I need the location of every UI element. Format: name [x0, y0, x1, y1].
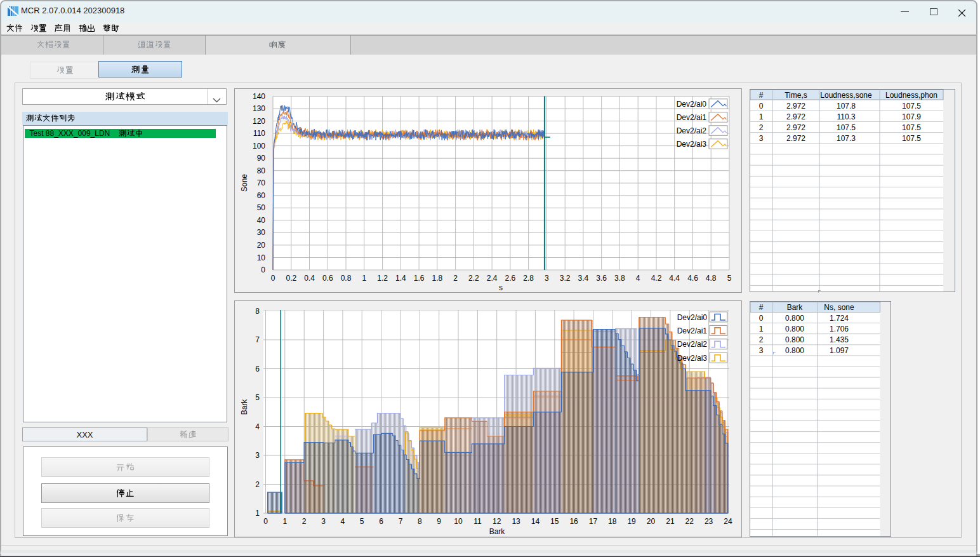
svg-text:2.972: 2.972 [786, 134, 805, 143]
svg-text:1.2: 1.2 [377, 274, 388, 283]
svg-text:Dev2/ai0: Dev2/ai0 [677, 313, 708, 322]
svg-text:110: 110 [253, 129, 265, 138]
svg-text:1.6: 1.6 [414, 274, 425, 283]
svg-text:Sone: Sone [240, 174, 249, 192]
svg-text:2.6: 2.6 [505, 274, 516, 283]
svg-text:0.4: 0.4 [304, 274, 315, 283]
svg-text:107.5: 107.5 [837, 123, 856, 132]
svg-text:Dev2/ai2: Dev2/ai2 [677, 126, 707, 135]
svg-text:#: # [759, 303, 764, 312]
svg-text:40: 40 [257, 216, 266, 225]
svg-text:140: 140 [253, 92, 265, 101]
svg-text:0.800: 0.800 [785, 314, 804, 323]
svg-text:107.5: 107.5 [902, 102, 921, 111]
svg-text:3.6: 3.6 [596, 274, 607, 283]
svg-text:0.8: 0.8 [341, 274, 352, 283]
svg-text:0: 0 [759, 314, 764, 323]
svg-text:1: 1 [362, 274, 366, 283]
svg-text:Time,s: Time,s [785, 91, 807, 100]
svg-text:10: 10 [257, 253, 266, 262]
svg-text:14: 14 [531, 517, 540, 526]
svg-text:100: 100 [253, 142, 265, 151]
svg-text:18: 18 [608, 517, 617, 526]
svg-text:Ns, sone: Ns, sone [824, 303, 854, 312]
svg-text:4.4: 4.4 [669, 274, 680, 283]
svg-text:4.6: 4.6 [687, 274, 698, 283]
svg-text:120: 120 [253, 117, 265, 126]
svg-text:1: 1 [255, 509, 260, 518]
svg-text:1: 1 [759, 325, 764, 333]
svg-text:0.800: 0.800 [785, 325, 804, 333]
svg-text:Dev2/ai0: Dev2/ai0 [677, 100, 707, 109]
svg-text:0.2: 0.2 [286, 274, 296, 283]
svg-text:1.435: 1.435 [830, 335, 849, 344]
svg-text:Loudness,sone: Loudness,sone [820, 91, 872, 100]
svg-text:110.3: 110.3 [837, 112, 855, 121]
svg-text:1.706: 1.706 [830, 325, 849, 333]
svg-text:9: 9 [437, 517, 441, 526]
svg-text:5: 5 [360, 517, 364, 526]
svg-text:2: 2 [255, 480, 260, 489]
svg-text:#: # [759, 91, 764, 100]
svg-text:3: 3 [759, 134, 764, 143]
svg-text:4: 4 [255, 422, 260, 431]
svg-text:6: 6 [255, 365, 260, 373]
svg-text:Loudness,phon: Loudness,phon [885, 91, 937, 100]
svg-text:8: 8 [255, 307, 260, 316]
svg-text:1.097: 1.097 [830, 346, 849, 355]
svg-text:1.4: 1.4 [395, 274, 406, 283]
svg-text:3.4: 3.4 [578, 274, 589, 283]
svg-text:Dev2/ai1: Dev2/ai1 [677, 113, 707, 122]
svg-text:2.2: 2.2 [468, 274, 479, 283]
svg-text:0: 0 [263, 517, 268, 526]
svg-text:0.800: 0.800 [785, 335, 804, 344]
svg-text:Bark: Bark [489, 527, 506, 536]
svg-text:16: 16 [569, 517, 578, 526]
svg-text:1.8: 1.8 [432, 274, 442, 283]
svg-text:12: 12 [493, 517, 501, 526]
svg-text:107.9: 107.9 [902, 112, 921, 121]
svg-text:107.8: 107.8 [837, 102, 856, 111]
svg-text:2: 2 [453, 274, 458, 283]
svg-text:Dev2/ai1: Dev2/ai1 [677, 326, 708, 335]
svg-text:3: 3 [545, 274, 549, 283]
svg-text:Dev2/ai3: Dev2/ai3 [677, 140, 707, 149]
svg-text:50: 50 [257, 203, 266, 212]
svg-text:107.5: 107.5 [902, 134, 921, 143]
svg-text:7: 7 [399, 517, 403, 526]
svg-text:10: 10 [454, 517, 463, 526]
svg-text:5: 5 [727, 274, 732, 283]
svg-text:30: 30 [257, 228, 266, 237]
svg-text:7: 7 [255, 335, 260, 344]
svg-text:3: 3 [759, 346, 764, 355]
svg-text:4.8: 4.8 [706, 274, 717, 283]
svg-text:20: 20 [647, 517, 656, 526]
svg-text:0.6: 0.6 [322, 274, 333, 283]
svg-text:8: 8 [418, 517, 422, 526]
svg-text:3.8: 3.8 [614, 274, 625, 283]
svg-text:2.4: 2.4 [487, 274, 498, 283]
svg-text:0.800: 0.800 [785, 346, 804, 355]
svg-text:130: 130 [253, 104, 265, 113]
svg-text:2: 2 [759, 335, 764, 344]
svg-text:2.972: 2.972 [786, 102, 805, 111]
svg-text:2.972: 2.972 [786, 112, 805, 121]
svg-text:2.8: 2.8 [523, 274, 534, 283]
svg-text:6: 6 [379, 517, 383, 526]
svg-text:3: 3 [255, 451, 260, 460]
svg-text:11: 11 [473, 517, 482, 526]
svg-text:107.5: 107.5 [902, 123, 921, 132]
svg-text:3: 3 [321, 517, 326, 526]
svg-text:Bark: Bark [787, 303, 804, 312]
svg-text:Dev2/ai2: Dev2/ai2 [677, 340, 708, 349]
svg-text:19: 19 [627, 517, 636, 526]
svg-text:2: 2 [302, 517, 307, 526]
svg-text:2: 2 [759, 123, 764, 132]
svg-text:0: 0 [271, 274, 275, 283]
svg-text:24: 24 [724, 517, 732, 526]
svg-text:80: 80 [257, 166, 266, 175]
svg-text:22: 22 [685, 517, 694, 526]
svg-text:21: 21 [666, 517, 675, 526]
svg-text:15: 15 [550, 517, 559, 526]
svg-text:4: 4 [636, 274, 640, 283]
